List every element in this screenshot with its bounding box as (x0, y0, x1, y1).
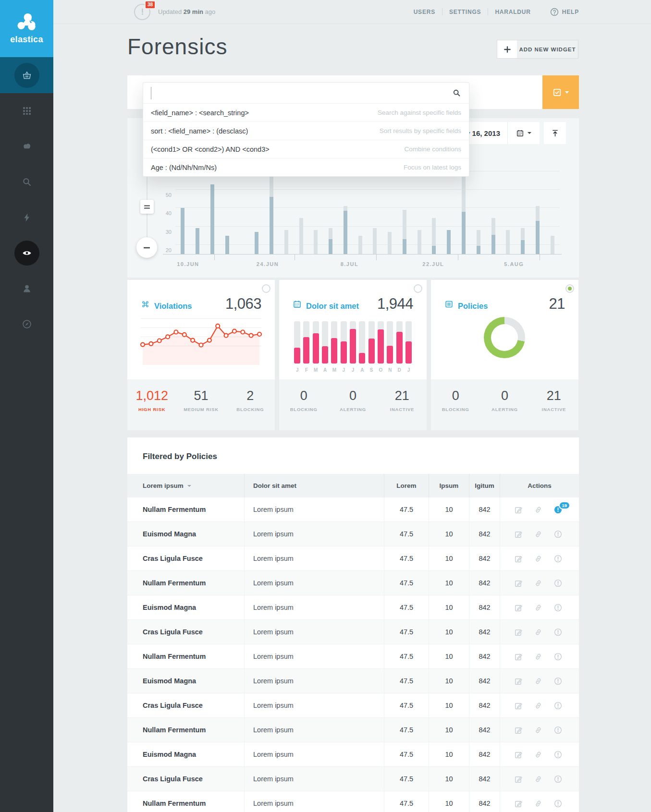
link-button[interactable] (534, 653, 542, 661)
link-button[interactable] (534, 555, 542, 563)
alert-status-button[interactable]: 19 (554, 506, 562, 514)
policies-donut (484, 317, 525, 358)
cell-igitum: 842 (469, 620, 500, 644)
link-button[interactable] (534, 726, 542, 734)
sidebar-item-explore[interactable] (0, 306, 53, 342)
nav-settings[interactable]: SETTINGS (442, 9, 488, 15)
card-radio[interactable] (414, 284, 422, 293)
export-button[interactable] (544, 122, 566, 144)
calendar-dropdown-button[interactable] (508, 129, 540, 137)
edit-button[interactable] (515, 506, 523, 514)
alert-status-button[interactable] (554, 530, 562, 538)
month-label: F (305, 367, 308, 373)
month-label: M (332, 367, 336, 373)
timeline-bar-total (284, 230, 288, 254)
table-row: Nullam Fermentum Lorem ipsum 47.5 10 842 (127, 717, 579, 742)
edit-button[interactable] (515, 800, 523, 808)
sidebar-item-monitor[interactable] (0, 235, 53, 271)
link-button[interactable] (534, 702, 542, 710)
edit-button[interactable] (515, 775, 523, 783)
alert-status-button[interactable] (554, 653, 562, 661)
edit-button[interactable] (515, 653, 523, 661)
cell-lorem: 47.5 (384, 522, 429, 546)
card-title[interactable]: Violations (154, 302, 192, 311)
alert-status-button[interactable] (554, 751, 562, 759)
alert-status-button[interactable] (554, 775, 562, 783)
y-axis-label: 50 (158, 192, 172, 198)
alert-status-button[interactable] (554, 800, 562, 808)
apply-filter-button[interactable] (542, 75, 579, 109)
notification-button[interactable]: 38 (134, 4, 150, 20)
link-button[interactable] (534, 800, 542, 808)
alert-status-button[interactable] (554, 628, 562, 636)
edit-button[interactable] (515, 751, 523, 759)
card-title[interactable]: Dolor sit amet (306, 302, 359, 311)
month-bar-fill (322, 346, 328, 364)
month-label: J (352, 367, 355, 373)
edit-button[interactable] (515, 579, 523, 587)
zoom-slider-handle[interactable] (140, 200, 154, 214)
card-radio[interactable] (565, 284, 574, 293)
edit-button[interactable] (515, 726, 523, 734)
cell-lorem: 47.5 (384, 742, 429, 766)
sidebar-item-users[interactable] (0, 271, 53, 306)
month-bar-track (294, 321, 300, 364)
magnifier-icon[interactable] (452, 88, 461, 97)
search-hint[interactable]: <field_name> : <search_string> Search ag… (143, 104, 469, 121)
link-button[interactable] (534, 604, 542, 612)
alert-status-button[interactable] (554, 677, 562, 685)
edit-button[interactable] (515, 555, 523, 563)
alert-status-button[interactable] (554, 604, 562, 612)
alert-status-button[interactable] (554, 579, 562, 587)
link-button[interactable] (534, 506, 542, 514)
cell-lorem: 47.5 (384, 669, 429, 693)
nav-users[interactable]: USERS (407, 9, 442, 15)
month-column: S (367, 321, 376, 375)
search-input[interactable] (151, 87, 452, 99)
cell-ipsum: 10 (429, 718, 469, 742)
link-button[interactable] (534, 677, 542, 685)
column-header-0[interactable]: Lorem ipsum (127, 474, 244, 497)
link-button[interactable] (534, 628, 542, 636)
edit-button[interactable] (515, 628, 523, 636)
cell-lorem: 47.5 (384, 546, 429, 570)
sidebar-item-activity[interactable] (0, 200, 53, 235)
search-hint[interactable]: (<cond1> OR <cond2>) AND <cond3> Combine… (143, 140, 469, 158)
sidebar-item-cloud[interactable] (0, 129, 53, 164)
nav-account[interactable]: HARALDUR (488, 9, 537, 15)
timeline-bar-total (314, 230, 318, 254)
edit-button[interactable] (515, 677, 523, 685)
table-body: Nullam Fermentum Lorem ipsum 47.5 10 842… (127, 497, 579, 812)
brand-logo[interactable]: elastica (0, 0, 53, 57)
sidebar-item-search[interactable] (0, 164, 53, 200)
alert-status-button[interactable] (554, 555, 562, 563)
edit-button[interactable] (515, 604, 523, 612)
cell-igitum: 842 (469, 522, 500, 546)
link-button[interactable] (534, 775, 542, 783)
link-button[interactable] (534, 579, 542, 587)
sidebar-item-store[interactable] (0, 57, 53, 93)
compass-icon (14, 312, 39, 337)
cell-ipsum: 10 (429, 644, 469, 668)
add-widget-button[interactable]: ADD NEW WIDGET (497, 40, 578, 59)
month-label: M (314, 367, 318, 373)
cell-igitum: 842 (469, 546, 500, 570)
card-title[interactable]: Policies (458, 302, 488, 311)
edit-button[interactable] (515, 702, 523, 710)
search-hint[interactable]: Age : (Nd/Nh/Nm/Ns) Focus on latest logs (143, 158, 469, 176)
zoom-out-button[interactable] (136, 237, 157, 258)
edit-button[interactable] (515, 530, 523, 538)
sidebar-item-apps[interactable] (0, 93, 53, 129)
link-button[interactable] (534, 751, 542, 759)
alert-status-button[interactable] (554, 726, 562, 734)
help-link[interactable]: HELP (550, 8, 579, 16)
month-bar-track (368, 321, 375, 364)
card-radio[interactable] (262, 284, 270, 293)
column-header-5: Actions (500, 474, 579, 497)
timeline-slot (442, 168, 456, 254)
timeline-slot (516, 168, 530, 254)
stat-alerting: 0 ALERTING (328, 379, 377, 430)
search-hint[interactable]: sort : <field_name> : (desclasc) Sort re… (143, 121, 469, 140)
link-button[interactable] (534, 530, 542, 538)
alert-status-button[interactable] (554, 702, 562, 710)
